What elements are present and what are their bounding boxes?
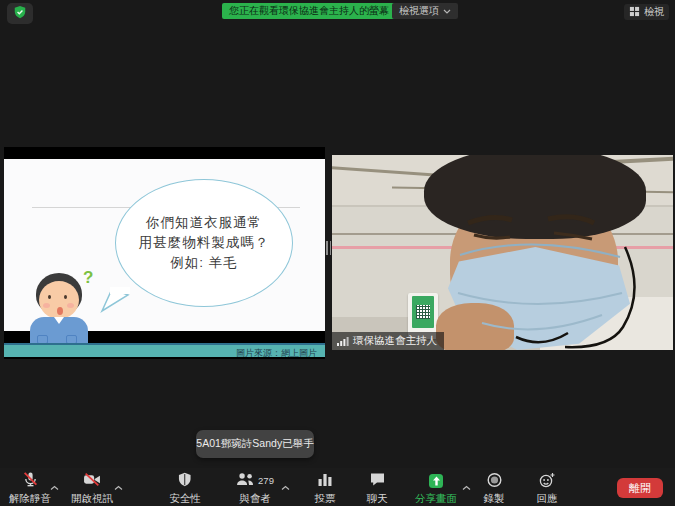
chat-label: 聊天 — [367, 492, 388, 506]
meeting-info-button[interactable] — [7, 3, 33, 24]
participant-name: 環保協進會主持人 — [353, 334, 437, 348]
chevron-down-icon — [443, 3, 451, 19]
speech-bubble-tail — [100, 287, 130, 317]
connection-signal-icon — [337, 332, 349, 350]
slide-footer-strip: 圖片來源：網上圖片 — [4, 343, 325, 357]
unmute-options-chevron[interactable] — [50, 477, 59, 495]
participants-label: 與會者 — [239, 492, 271, 506]
meeting-toolbar: 解除靜音 開啟視訊 安全性 — [0, 468, 675, 506]
participant-name-tag: 環保協進會主持人 — [332, 332, 444, 350]
smiley-plus-icon — [539, 472, 556, 490]
cartoon-blush — [43, 303, 50, 308]
share-options-chevron[interactable] — [462, 477, 471, 495]
top-bar: 您正在觀看環保協進會主持人的螢幕 檢視選項 檢視 — [0, 0, 675, 24]
letterbox-bar — [4, 357, 325, 359]
face-detail-overlay — [332, 155, 673, 350]
polls-button[interactable]: 投票 — [315, 472, 336, 506]
speech-bubble: 你們知道衣服通常 用甚麼物料製成嗎？ 例如: 羊毛 — [115, 179, 293, 307]
bubble-text-line: 例如: 羊毛 — [170, 254, 238, 272]
participants-button[interactable]: 279 與會者 — [236, 472, 274, 506]
participants-count: 279 — [258, 475, 274, 486]
chat-button[interactable]: 聊天 — [367, 472, 388, 506]
participant-video-panel: 環保協進會主持人 — [332, 155, 673, 350]
polls-label: 投票 — [315, 492, 336, 506]
zoom-meeting-window: 您正在觀看環保協進會主持人的螢幕 檢視選項 檢視 你們知道衣服通常 用甚麼物料製… — [0, 0, 675, 506]
participants-icon — [236, 472, 255, 489]
unmute-label: 解除靜音 — [9, 492, 51, 506]
shared-screen-panel: 你們知道衣服通常 用甚麼物料製成嗎？ 例如: 羊毛 ? 圖片來源：網上圖片 — [4, 147, 325, 359]
unmute-button[interactable]: 解除靜音 — [9, 472, 51, 506]
cartoon-blush — [67, 303, 74, 308]
toast-message: 5A01鄧琬詩Sandy已舉手 — [196, 437, 313, 451]
presentation-slide: 你們知道衣服通常 用甚麼物料製成嗎？ 例如: 羊毛 ? 圖片來源：網上圖片 — [4, 159, 325, 331]
share-screen-icon — [429, 474, 443, 488]
viewing-screen-banner: 您正在觀看環保協進會主持人的螢幕 — [222, 3, 396, 19]
cartoon-eye — [48, 295, 51, 299]
view-options-dropdown[interactable]: 檢視選項 — [392, 3, 458, 19]
record-label: 錄製 — [484, 492, 505, 506]
bubble-text-line: 你們知道衣服通常 — [146, 214, 262, 232]
cartoon-eye — [64, 295, 67, 299]
record-icon — [486, 472, 502, 490]
view-button[interactable]: 檢視 — [624, 4, 669, 20]
view-options-label: 檢視選項 — [399, 3, 439, 19]
security-label: 安全性 — [169, 492, 201, 506]
chat-bubble-icon — [369, 472, 385, 489]
shield-check-icon — [13, 5, 27, 23]
banner-text: 您正在觀看環保協進會主持人的螢幕 — [229, 5, 389, 16]
video-options-chevron[interactable] — [114, 477, 123, 495]
grid-view-icon — [629, 6, 640, 19]
shield-icon — [178, 471, 193, 490]
reactions-label: 回應 — [537, 492, 558, 506]
view-label: 檢視 — [644, 5, 664, 19]
start-video-button[interactable]: 開啟視訊 — [71, 472, 113, 506]
question-mark-graphic: ? — [83, 268, 93, 288]
microphone-muted-icon — [22, 471, 39, 490]
record-button[interactable]: 錄製 — [484, 472, 505, 506]
camera-off-icon — [83, 471, 101, 490]
share-screen-label: 分享畫面 — [415, 492, 457, 506]
leave-meeting-button[interactable]: 離開 — [617, 478, 663, 498]
participants-options-chevron[interactable] — [281, 477, 290, 495]
reactions-button[interactable]: 回應 — [537, 472, 558, 506]
start-video-label: 開啟視訊 — [71, 492, 113, 506]
share-screen-button[interactable]: 分享畫面 — [415, 472, 457, 506]
security-button[interactable]: 安全性 — [169, 472, 201, 506]
bubble-text-line: 用甚麼物料製成嗎？ — [139, 234, 270, 252]
raised-hand-toast: 5A01鄧琬詩Sandy已舉手 — [196, 430, 314, 458]
cartoon-mouth — [57, 307, 63, 315]
bar-chart-icon — [318, 472, 333, 489]
